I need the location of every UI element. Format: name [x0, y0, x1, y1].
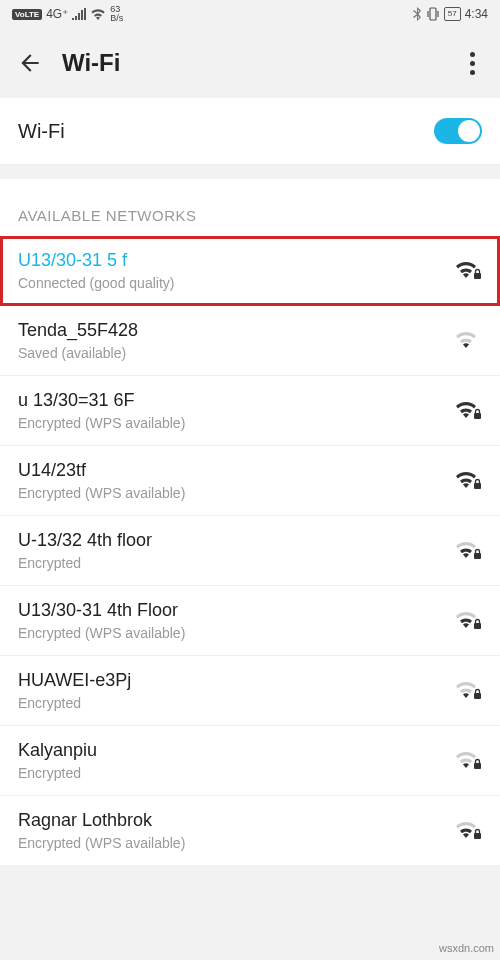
network-item[interactable]: U14/23tfEncrypted (WPS available) — [0, 446, 500, 516]
network-status: Connected (good quality) — [18, 275, 454, 291]
svg-rect-3 — [474, 483, 481, 489]
wifi-icon — [454, 327, 482, 355]
network-info: KalyanpiuEncrypted — [18, 740, 454, 781]
network-item[interactable]: u 13/30=31 6FEncrypted (WPS available) — [0, 376, 500, 446]
available-networks-header: AVAILABLE NETWORKS — [0, 179, 500, 236]
network-item[interactable]: U13/30-31 4th FloorEncrypted (WPS availa… — [0, 586, 500, 656]
network-status: Encrypted (WPS available) — [18, 415, 454, 431]
dot-icon — [470, 52, 475, 57]
svg-rect-1 — [474, 273, 481, 279]
network-item[interactable]: KalyanpiuEncrypted — [0, 726, 500, 796]
network-info: Ragnar LothbrokEncrypted (WPS available) — [18, 810, 454, 851]
dot-icon — [470, 70, 475, 75]
network-status: Encrypted (WPS available) — [18, 625, 454, 641]
wifi-lock-icon — [454, 817, 482, 845]
network-info: Tenda_55F428Saved (available) — [18, 320, 454, 361]
network-name: u 13/30=31 6F — [18, 390, 454, 411]
network-item[interactable]: Tenda_55F428Saved (available) — [0, 306, 500, 376]
network-name: Kalyanpiu — [18, 740, 454, 761]
network-info: U14/23tfEncrypted (WPS available) — [18, 460, 454, 501]
svg-rect-7 — [474, 763, 481, 769]
network-info: U13/30-31 5 fConnected (good quality) — [18, 250, 454, 291]
network-status: Encrypted (WPS available) — [18, 835, 454, 851]
cell-signal-icon — [72, 8, 86, 20]
svg-rect-8 — [474, 833, 481, 839]
data-rate: 63B/s — [110, 5, 123, 23]
network-name: U13/30-31 4th Floor — [18, 600, 454, 621]
wifi-switch[interactable] — [434, 118, 482, 144]
wifi-lock-icon — [454, 607, 482, 635]
wifi-lock-icon — [454, 257, 482, 285]
battery-icon: 57 — [444, 7, 461, 21]
wifi-lock-icon — [454, 467, 482, 495]
wifi-toggle-row[interactable]: Wi-Fi — [0, 98, 500, 165]
network-status: Encrypted — [18, 765, 454, 781]
network-status: Encrypted — [18, 555, 454, 571]
wifi-toggle-label: Wi-Fi — [18, 120, 65, 143]
network-name: U13/30-31 5 f — [18, 250, 454, 271]
clock: 4:34 — [465, 7, 488, 21]
network-status: Encrypted (WPS available) — [18, 485, 454, 501]
network-name: U-13/32 4th floor — [18, 530, 454, 551]
svg-rect-6 — [474, 693, 481, 699]
wifi-lock-icon — [454, 537, 482, 565]
network-name: U14/23tf — [18, 460, 454, 481]
wifi-status-icon — [90, 8, 106, 20]
page-title: Wi-Fi — [62, 49, 460, 77]
bluetooth-icon — [412, 7, 422, 21]
overflow-menu-button[interactable] — [460, 52, 484, 75]
network-info: HUAWEI-e3PjEncrypted — [18, 670, 454, 711]
wifi-lock-icon — [454, 747, 482, 775]
status-right: 57 4:34 — [412, 7, 488, 21]
network-list: U13/30-31 5 fConnected (good quality)Ten… — [0, 236, 500, 866]
status-bar: VoLTE 4G⁺ 63B/s 57 4:34 — [0, 0, 500, 28]
watermark: wsxdn.com — [439, 942, 494, 954]
network-item[interactable]: U-13/32 4th floorEncrypted — [0, 516, 500, 586]
signal-label: 4G⁺ — [46, 7, 68, 21]
app-header: Wi-Fi — [0, 28, 500, 98]
network-status: Saved (available) — [18, 345, 454, 361]
wifi-lock-icon — [454, 677, 482, 705]
back-button[interactable] — [16, 49, 44, 77]
network-info: U-13/32 4th floorEncrypted — [18, 530, 454, 571]
dot-icon — [470, 61, 475, 66]
svg-rect-4 — [474, 553, 481, 559]
network-item[interactable]: HUAWEI-e3PjEncrypted — [0, 656, 500, 726]
network-name: HUAWEI-e3Pj — [18, 670, 454, 691]
network-item[interactable]: Ragnar LothbrokEncrypted (WPS available) — [0, 796, 500, 866]
network-status: Encrypted — [18, 695, 454, 711]
status-left: VoLTE 4G⁺ 63B/s — [12, 5, 123, 23]
network-info: u 13/30=31 6FEncrypted (WPS available) — [18, 390, 454, 431]
svg-rect-2 — [474, 413, 481, 419]
network-name: Tenda_55F428 — [18, 320, 454, 341]
volte-badge: VoLTE — [12, 9, 42, 20]
svg-rect-5 — [474, 623, 481, 629]
network-name: Ragnar Lothbrok — [18, 810, 454, 831]
wifi-lock-icon — [454, 397, 482, 425]
back-arrow-icon — [17, 50, 43, 76]
svg-rect-0 — [430, 8, 436, 20]
network-info: U13/30-31 4th FloorEncrypted (WPS availa… — [18, 600, 454, 641]
network-item[interactable]: U13/30-31 5 fConnected (good quality) — [0, 236, 500, 306]
vibrate-icon — [426, 7, 440, 21]
